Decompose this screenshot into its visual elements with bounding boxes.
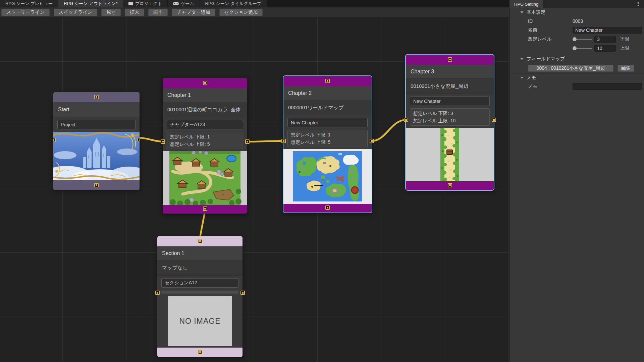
foldout-field-map[interactable]: フィールドマップ	[509, 55, 644, 63]
add-section-button[interactable]: セクション追加	[219, 9, 263, 16]
port-top[interactable]	[203, 81, 207, 85]
connection-wire[interactable]	[247, 141, 284, 142]
chevron-down-icon	[520, 11, 524, 13]
node-chapter-3[interactable]: Chapter 3 0010201小さな廃屋_周辺 想定レベル 下限: 3 想定…	[406, 55, 494, 190]
tab-rpg-setting[interactable]: RPG Setting	[509, 0, 543, 8]
chapter1-thumbnail	[163, 151, 247, 205]
port-left[interactable]	[53, 138, 56, 142]
node-start[interactable]: Start	[53, 92, 140, 189]
lower-level-slider[interactable]	[573, 37, 592, 41]
node-header	[406, 55, 494, 65]
field-map-button[interactable]: 0004 : 0010201小さな廃屋_周辺	[528, 65, 613, 72]
slider-knob[interactable]	[573, 37, 577, 41]
port-left[interactable]	[404, 118, 408, 122]
port-right[interactable]	[138, 138, 140, 142]
inspector-panel: RPG Setting ⋮ 基本設定 ID 0003 名前 想定レベル 下限 上…	[509, 0, 644, 362]
memo-label: メモ	[528, 83, 573, 89]
start-thumbnail	[53, 132, 140, 180]
panel-menu-icon[interactable]: ⋮	[633, 0, 643, 8]
add-chapter-button[interactable]: チャプター追加	[172, 9, 215, 16]
upper-level-input[interactable]	[594, 45, 616, 52]
name-input[interactable]	[573, 27, 642, 34]
node-map-label: マップなし	[162, 265, 188, 271]
tab-label: RPG シーン アウトライン*	[64, 1, 117, 7]
port-left[interactable]	[281, 139, 286, 143]
tab-rpg-scene-preview[interactable]: RPG シーン プレビュー	[0, 0, 58, 7]
port-left[interactable]	[161, 139, 165, 144]
port-bottom[interactable]	[198, 350, 202, 354]
tab-project[interactable]: プロジェクト	[123, 0, 167, 7]
foldout-memo[interactable]: メモ	[509, 73, 644, 82]
id-label: ID	[528, 18, 573, 24]
switchline-button[interactable]: スイッチライン	[54, 9, 97, 16]
port-bottom[interactable]	[325, 205, 330, 210]
memo-row: メモ	[509, 82, 644, 91]
tab-label: RPG シーン タイルグループ	[205, 1, 262, 7]
lower-level-input[interactable]	[594, 36, 616, 43]
port-top[interactable]	[94, 95, 99, 99]
port-right[interactable]	[245, 139, 250, 144]
port-left[interactable]	[155, 291, 160, 295]
port-top[interactable]	[448, 57, 452, 62]
node-chapter-1[interactable]: Chapter 1 0010001辺境の町ココカラ_全体 想定レベル 下限: 1…	[163, 78, 247, 214]
upper-suffix-label: 上限	[620, 45, 629, 51]
node-name-input[interactable]	[410, 97, 490, 106]
gamepad-icon	[173, 1, 179, 6]
node-header	[53, 92, 140, 102]
node-footer	[157, 348, 243, 357]
port-bottom[interactable]	[203, 206, 207, 211]
level-lower-row: 想定レベル 下限	[509, 35, 644, 44]
inspector-tab-bar: RPG Setting ⋮	[509, 0, 644, 8]
port-bottom[interactable]	[448, 183, 452, 187]
node-name-input[interactable]	[287, 118, 368, 127]
port-top[interactable]	[325, 79, 330, 83]
node-title: Chapter 2	[288, 90, 312, 96]
folder-icon	[128, 1, 133, 6]
tab-rpg-scene-outline[interactable]: RPG シーン アウトライン*	[58, 0, 123, 7]
port-right[interactable]	[492, 118, 496, 122]
tab-game[interactable]: ゲーム	[168, 0, 200, 7]
level-upper: 想定レベル 上限: 5	[170, 141, 240, 148]
id-row: ID 0003	[509, 16, 644, 25]
port-top[interactable]	[198, 239, 202, 243]
zoom-in-button[interactable]: 拡大	[125, 9, 144, 16]
port-bottom[interactable]	[94, 183, 99, 187]
field-map-row: 0004 : 0010201小さな廃屋_周辺 編集	[509, 63, 644, 73]
slider-track	[577, 39, 592, 40]
node-header	[163, 78, 247, 88]
node-section-1[interactable]: Section 1 マップなし NO IMAGE	[157, 236, 243, 357]
level-upper: 想定レベル 上限: 5	[291, 139, 364, 146]
slider-knob[interactable]	[573, 46, 577, 50]
zoom-out-button[interactable]: 縮小	[148, 9, 168, 16]
upper-level-slider[interactable]	[573, 46, 592, 50]
id-value: 0003	[573, 18, 583, 24]
editor-tab-bar: RPG シーン プレビュー RPG シーン アウトライン* プロジェクト ゲーム…	[0, 0, 509, 7]
node-map-label: 0010001辺境の町ココカラ_全体	[167, 107, 241, 113]
tab-rpg-scene-tilegroup[interactable]: RPG シーン タイルグループ	[200, 0, 267, 7]
section1-thumbnail: NO IMAGE	[157, 295, 243, 348]
tab-label: ゲーム	[181, 1, 194, 7]
node-name-input[interactable]	[167, 120, 243, 129]
chevron-down-icon	[520, 58, 524, 60]
node-chapter-2[interactable]: Chapter 2 0000001ワールドマップ 想定レベル 下限: 1 想定レ…	[283, 76, 372, 213]
tab-label: RPG シーン プレビュー	[5, 1, 53, 7]
storyline-button[interactable]: ストーリーライン	[1, 9, 50, 16]
slider-track	[577, 48, 592, 49]
level-lower: 想定レベル 下限: 1	[291, 131, 364, 139]
port-right[interactable]	[240, 291, 245, 295]
edit-button[interactable]: 編集	[618, 65, 634, 72]
node-footer	[283, 204, 372, 213]
graph-toolbar: ストーリーライン スイッチライン 原寸 拡大 縮小 チャプター追加 セクション追…	[0, 7, 509, 17]
foldout-basic-settings[interactable]: 基本設定	[509, 8, 644, 16]
name-label: 名前	[528, 27, 573, 33]
level-upper: 想定レベル 上限: 10	[413, 117, 486, 125]
level-label: 想定レベル	[528, 36, 573, 42]
actual-size-button[interactable]: 原寸	[101, 9, 121, 16]
node-map-label: 0000001ワールドマップ	[288, 105, 344, 111]
node-name-input[interactable]	[161, 278, 238, 288]
node-footer	[406, 181, 494, 190]
port-right[interactable]	[370, 139, 374, 143]
node-name-input[interactable]	[57, 120, 136, 129]
no-image-label: NO IMAGE	[179, 317, 220, 326]
memo-input[interactable]	[573, 83, 642, 90]
